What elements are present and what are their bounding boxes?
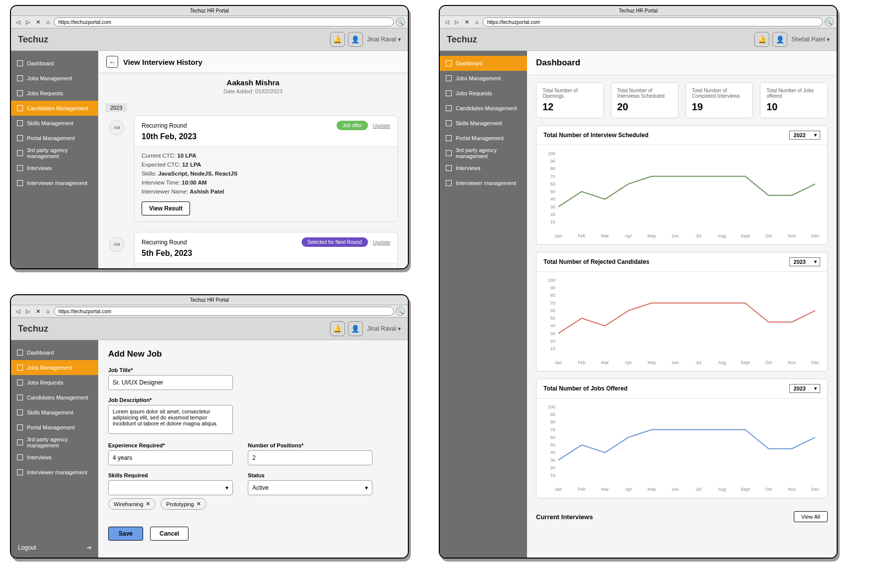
sidebar-item-interviews[interactable]: Interviews: [11, 450, 98, 465]
sidebar-item-dashboard[interactable]: Dashboard: [11, 345, 98, 360]
save-button[interactable]: Save: [108, 527, 143, 541]
sidebar-item-jobs-management[interactable]: Jobs Management: [440, 71, 527, 86]
sidebar-item-dashboard[interactable]: Dashboard: [11, 56, 98, 71]
sidebar-item-jobs-requests[interactable]: Jobs Requests: [11, 86, 98, 101]
sidebar-item-candidates-management[interactable]: Candidates Management: [440, 101, 527, 116]
sidebar-item-interviewer-management[interactable]: Interviewer management: [11, 176, 98, 191]
sidebar-item-label: 3rd party agency management: [27, 147, 92, 159]
home-icon[interactable]: ⌂: [44, 18, 52, 26]
forward-icon[interactable]: ▷: [24, 307, 32, 315]
close-icon[interactable]: ✕: [34, 18, 42, 26]
user-menu[interactable]: Shefali Patel ▾: [791, 36, 830, 43]
sidebar-item-3rd-party-agency-management[interactable]: 3rd party agency management: [440, 146, 527, 161]
sidebar-item-3rd-party-agency-management[interactable]: 3rd party agency management: [11, 146, 98, 161]
label-positions: Number of Positions*: [248, 442, 372, 448]
home-icon[interactable]: ⌂: [473, 18, 481, 26]
sidebar-item-portal-management[interactable]: Portal Management: [11, 131, 98, 146]
status-select[interactable]: Active▾: [248, 480, 372, 495]
forward-icon[interactable]: ▷: [24, 18, 32, 26]
sidebar-item-interviewer-management[interactable]: Interviewer management: [11, 465, 98, 480]
timeline-marker: AM: [109, 237, 124, 252]
sidebar-item-dashboard[interactable]: Dashboard: [440, 56, 527, 71]
year-select[interactable]: 2022: [789, 131, 820, 140]
chevron-down-icon: ▾: [225, 484, 228, 491]
svg-text:Jun: Jun: [672, 233, 679, 238]
job-description-input[interactable]: [108, 405, 233, 434]
sidebar-item-3rd-party-agency-management[interactable]: 3rd party agency management: [11, 435, 98, 450]
bell-icon[interactable]: 🔔: [330, 321, 345, 336]
url-input[interactable]: [54, 307, 394, 316]
checkbox-icon: [17, 394, 23, 400]
back-icon[interactable]: ◁: [443, 18, 451, 26]
sidebar-item-jobs-requests[interactable]: Jobs Requests: [11, 375, 98, 390]
update-link[interactable]: Update: [373, 239, 390, 245]
svg-text:10: 10: [550, 219, 555, 224]
checkbox-icon: [446, 90, 452, 96]
svg-text:90: 90: [550, 159, 555, 164]
svg-text:Mar: Mar: [601, 233, 609, 238]
sidebar-item-interviewer-management[interactable]: Interviewer management: [440, 176, 527, 191]
sidebar-item-jobs-management[interactable]: Jobs Management: [11, 71, 98, 86]
sidebar-item-interviews[interactable]: Interviews: [440, 161, 527, 176]
sidebar-item-skills-management[interactable]: Skills Management: [11, 405, 98, 420]
sidebar-item-interviews[interactable]: Interviews: [11, 161, 98, 176]
sidebar-item-portal-management[interactable]: Portal Management: [440, 131, 527, 146]
remove-icon[interactable]: ✕: [196, 501, 201, 507]
skills-select[interactable]: ▾: [108, 480, 233, 495]
svg-text:Mar: Mar: [601, 487, 609, 492]
sidebar-item-skills-management[interactable]: Skills Management: [440, 116, 527, 131]
user-menu[interactable]: Jinal Raval ▾: [367, 36, 401, 43]
sidebar-item-label: Interviews: [27, 454, 52, 460]
view-result-button[interactable]: View Result: [142, 201, 190, 215]
sidebar-item-jobs-requests[interactable]: Jobs Requests: [440, 86, 527, 101]
sidebar: DashboardJobs ManagementJobs RequestsCan…: [11, 51, 98, 268]
bell-icon[interactable]: 🔔: [330, 32, 345, 47]
svg-text:10: 10: [550, 473, 555, 478]
sidebar-item-candidates-management[interactable]: Candidates Management: [11, 390, 98, 405]
url-input[interactable]: [483, 17, 823, 26]
logout-icon[interactable]: ⇥: [86, 544, 91, 551]
svg-text:May: May: [648, 360, 656, 365]
search-icon[interactable]: 🔍: [825, 17, 834, 26]
sidebar-item-label: Interviewer management: [456, 180, 516, 186]
sidebar-item-jobs-management[interactable]: Jobs Management: [11, 360, 98, 375]
svg-text:40: 40: [550, 450, 555, 455]
back-button[interactable]: ←: [106, 56, 118, 68]
user-icon[interactable]: 👤: [772, 32, 787, 47]
user-icon[interactable]: 👤: [348, 321, 363, 336]
chart-title: Total Number of Interview Scheduled: [543, 132, 648, 139]
home-icon[interactable]: ⌂: [44, 307, 52, 315]
svg-text:50: 50: [550, 442, 555, 447]
sidebar-item-label: 3rd party agency management: [456, 147, 521, 159]
view-all-button[interactable]: View All: [794, 511, 828, 522]
sidebar-item-candidates-management[interactable]: Candidates Management: [11, 101, 98, 116]
sidebar-item-label: Candidates Management: [27, 105, 88, 111]
remove-icon[interactable]: ✕: [146, 501, 150, 507]
positions-input[interactable]: [248, 450, 372, 465]
back-icon[interactable]: ◁: [14, 18, 22, 26]
experience-input[interactable]: [108, 450, 233, 465]
url-input[interactable]: [54, 17, 394, 26]
back-icon[interactable]: ◁: [14, 307, 22, 315]
year-select[interactable]: 2023: [789, 257, 820, 266]
svg-text:Jul: Jul: [696, 233, 701, 238]
skill-tag[interactable]: Wireframing✕: [108, 498, 156, 510]
sidebar-item-portal-management[interactable]: Portal Management: [11, 420, 98, 435]
checkbox-icon: [17, 135, 23, 141]
job-title-input[interactable]: [108, 375, 233, 390]
year-select[interactable]: 2023: [789, 384, 820, 393]
update-link[interactable]: Update: [373, 123, 390, 129]
search-icon[interactable]: 🔍: [396, 307, 405, 316]
close-icon[interactable]: ✕: [463, 18, 471, 26]
cancel-button[interactable]: Cancel: [150, 527, 188, 541]
forward-icon[interactable]: ▷: [453, 18, 461, 26]
search-icon[interactable]: 🔍: [396, 17, 405, 26]
skill-tag[interactable]: Prototyping✕: [161, 498, 206, 510]
close-icon[interactable]: ✕: [34, 307, 42, 315]
sidebar-item-skills-management[interactable]: Skills Management: [11, 116, 98, 131]
logout-link[interactable]: Logout: [18, 544, 36, 551]
bell-icon[interactable]: 🔔: [754, 32, 769, 47]
user-menu[interactable]: Jinal Raval ▾: [367, 325, 401, 332]
user-icon[interactable]: 👤: [348, 32, 363, 47]
svg-text:60: 60: [550, 182, 555, 187]
